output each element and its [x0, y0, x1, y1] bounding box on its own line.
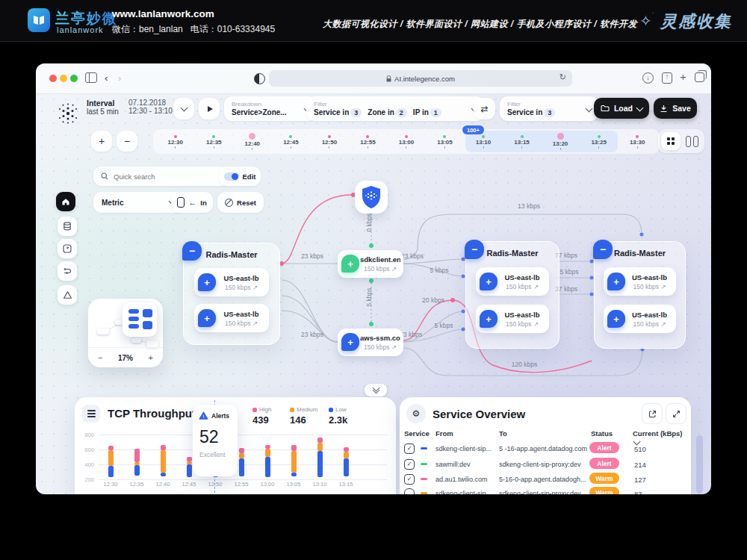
columns-view-button[interactable]: [686, 136, 698, 147]
map-group-radis-master-2[interactable]: − Radis-Master + US-east-lb 150 kbps ↗ +…: [465, 241, 560, 349]
timeline-tick[interactable]: 13:20: [541, 129, 580, 154]
alerts-value: 52: [199, 427, 219, 447]
filter-dropdown[interactable]: Filter Service in 3 Zone in 2 IP in 1: [306, 96, 484, 121]
node-us-east-lb[interactable]: + US-east-lb 150 kbps ↗: [476, 267, 549, 296]
url-bar[interactable]: AI.intelegence.com ↻: [269, 70, 572, 87]
minimap-viewport[interactable]: [123, 302, 157, 337]
col-current[interactable]: Current (kBps): [633, 429, 691, 446]
timeline-tick[interactable]: 12:30: [156, 129, 195, 154]
security-shield-node[interactable]: [355, 181, 388, 214]
timeline-tick[interactable]: 13:25: [580, 129, 619, 154]
sidebar-item-monitor[interactable]: [58, 239, 77, 258]
edit-toggle[interactable]: Edit: [219, 167, 261, 186]
back-icon[interactable]: ‹: [105, 72, 108, 84]
node-us-east-lb[interactable]: + US-east-lb 150 kbps ↗: [476, 305, 549, 333]
sidebar-item-database[interactable]: [58, 217, 77, 236]
timeline[interactable]: 100+ 12:30 12:35 12:40 12:45 12:50 12:55…: [153, 129, 660, 154]
forward-icon[interactable]: ›: [118, 72, 121, 84]
node-us-east-lb[interactable]: + US-east-lb 150 kbps ↗: [604, 305, 676, 333]
sidebar-item-alerts[interactable]: [58, 285, 77, 305]
expand-panel-button[interactable]: [666, 403, 686, 424]
col-status[interactable]: Status: [591, 429, 613, 438]
expand-node-icon[interactable]: +: [198, 309, 216, 327]
node-rate: 150 kbps ↗: [498, 320, 546, 328]
expand-node-icon[interactable]: +: [341, 333, 359, 351]
save-button[interactable]: Save: [654, 98, 697, 119]
map-group-radis-master-3[interactable]: − Radis-Master + US-east-lb 150 kbps ↗ +…: [594, 241, 686, 349]
play-button[interactable]: [199, 98, 220, 119]
expand-node-icon[interactable]: +: [480, 273, 498, 290]
timeline-tick[interactable]: 12:40: [233, 129, 272, 154]
sidebar-toggle-icon[interactable]: [85, 72, 97, 83]
timeline-tick[interactable]: 12:50: [310, 129, 349, 154]
timeline-tick[interactable]: 12:35: [195, 129, 234, 154]
minimap-zoom-out-button[interactable]: −: [98, 353, 102, 362]
reset-button[interactable]: Reset: [217, 192, 264, 213]
tcp-bar-segment-medium: [265, 449, 270, 457]
timeline-tick[interactable]: 13:00: [387, 129, 426, 154]
company-logo-icon: [28, 8, 50, 32]
expand-node-icon[interactable]: +: [341, 255, 359, 273]
refresh-data-button[interactable]: ⇄: [474, 98, 495, 119]
timeline-tick[interactable]: 13:15: [503, 129, 542, 154]
grid-view-button[interactable]: [661, 132, 681, 150]
row-checkbox[interactable]: ✓: [404, 474, 415, 485]
map-group-radis-master-1[interactable]: − Radis-Master + US-east-lb 150 kbps ↗ +…: [183, 243, 280, 345]
expand-node-icon[interactable]: +: [198, 273, 216, 291]
node-us-east-lb[interactable]: + US-east-lb 150 kbps ↗: [194, 304, 269, 332]
zoom-out-timeline-button[interactable]: −: [117, 131, 137, 152]
gear-icon[interactable]: ⚙: [406, 404, 426, 423]
row-checkbox[interactable]: ✓: [404, 459, 415, 470]
close-window-icon[interactable]: [49, 75, 57, 82]
filter2-dropdown[interactable]: Filter Service in 3: [500, 96, 598, 121]
load-button[interactable]: Load: [594, 98, 649, 119]
timeline-tick[interactable]: 12:55: [349, 129, 388, 154]
downloads-icon[interactable]: ↓: [642, 72, 654, 84]
traffic-in-button[interactable]: ← In: [171, 192, 213, 213]
expand-node-icon[interactable]: +: [480, 310, 498, 328]
minimap-zoom-in-button[interactable]: +: [149, 353, 153, 362]
new-tab-icon[interactable]: +: [680, 71, 686, 83]
date-value: 07.12.2018: [128, 99, 173, 107]
node-us-east-lb[interactable]: + US-east-lb 150 kbps ↗: [194, 268, 269, 296]
expand-node-icon[interactable]: +: [607, 310, 625, 328]
node-us-east-lb[interactable]: + US-east-lb 150 kbps ↗: [604, 267, 676, 296]
minimize-window-icon[interactable]: [60, 75, 67, 82]
tabs-overview-icon[interactable]: [695, 72, 704, 82]
expand-icon: [672, 410, 681, 418]
sidebar-item-home[interactable]: [56, 192, 75, 211]
cell-current: 510: [634, 445, 646, 453]
collapse-panel-button[interactable]: [365, 384, 387, 396]
row-checkbox[interactable]: [404, 488, 415, 494]
collection-logo-text: 灵感收集: [660, 10, 732, 33]
row-checkbox[interactable]: ✓: [404, 444, 415, 454]
minimap-node: [131, 337, 141, 343]
wechat: 微信：ben_lanlan: [112, 24, 183, 34]
node-sdkclient[interactable]: + sdkclient.eng... 150 kbps ↗: [338, 250, 403, 278]
reader-shield-icon[interactable]: [254, 73, 265, 84]
scrollbar[interactable]: [696, 435, 703, 494]
tcp-bar-segment-high: [161, 445, 166, 450]
col-to[interactable]: To: [499, 429, 507, 438]
open-external-button[interactable]: [642, 403, 663, 424]
timeline-tick[interactable]: 13:05: [426, 129, 465, 154]
col-from[interactable]: From: [436, 429, 453, 438]
x-axis-label: 12:30: [100, 481, 121, 488]
quick-search[interactable]: [93, 167, 229, 186]
flow-icon: [63, 267, 72, 276]
interval-dropdown-button[interactable]: [173, 98, 194, 119]
timeline-tick[interactable]: 12:45: [272, 129, 311, 154]
share-icon[interactable]: ↑: [662, 72, 672, 84]
maximize-window-icon[interactable]: [70, 75, 78, 82]
breakdown-dropdown[interactable]: Breakdown Service>Zone...: [224, 96, 317, 121]
sidebar-item-flows[interactable]: [58, 261, 77, 281]
expand-node-icon[interactable]: +: [607, 273, 625, 290]
search-input[interactable]: [112, 172, 205, 181]
refresh-page-icon[interactable]: ↻: [560, 72, 566, 82]
timeline-tick[interactable]: 13:30: [618, 129, 657, 154]
metric-dropdown[interactable]: Metric: [93, 192, 183, 213]
zoom-in-timeline-button[interactable]: +: [91, 131, 112, 152]
node-aws-ssm[interactable]: + aws-ssm.co... 150 kbps ↗: [338, 329, 403, 356]
minimap[interactable]: − 17% +: [88, 299, 163, 367]
col-service[interactable]: Service: [404, 429, 430, 438]
